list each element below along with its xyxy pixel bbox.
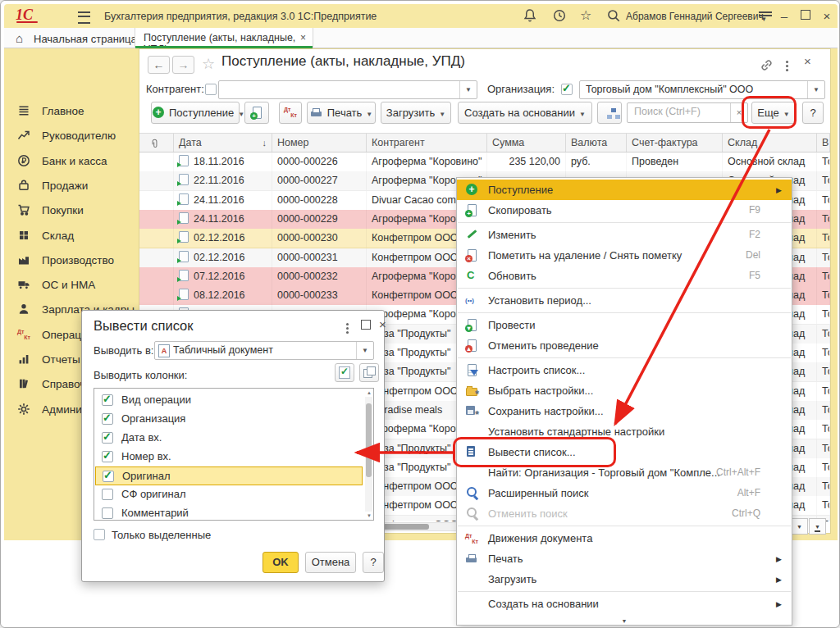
load-button[interactable]: Загрузить▼ [381, 102, 451, 124]
back-button[interactable]: ← [148, 56, 170, 74]
context-menu-item[interactable]: ДтКтДвижения документа [457, 528, 792, 548]
output-to-combo[interactable]: A Табличный документ ▼ [154, 341, 374, 360]
sidebar-item[interactable]: Продажи [4, 177, 139, 198]
context-menu-item[interactable]: Создать на основании▶ [457, 594, 792, 614]
context-menu-item[interactable]: Найти: Организация - Торговый дом "Компл… [457, 462, 792, 483]
column-option[interactable]: Номер вх. [95, 448, 363, 466]
close-window-button[interactable]: × [818, 7, 836, 25]
context-menu-item[interactable]: ▴Отменить проведение [457, 335, 792, 356]
context-menu-item[interactable]: ×Пометить на удаление / Снять пометкуDel [457, 245, 792, 266]
column-header[interactable]: Номер [272, 134, 367, 152]
context-menu-item[interactable]: +СкопироватьF9 [457, 200, 792, 221]
favorite-star-icon[interactable]: ☆ [202, 55, 215, 73]
tab-postuplenie[interactable]: Поступление (акты, накладные, УПД) × [135, 28, 313, 48]
column-option[interactable]: Комментарий [95, 504, 363, 521]
main-menu-icon[interactable] [78, 11, 90, 24]
tab-close-icon[interactable]: × [300, 32, 306, 43]
copy-document-button[interactable]: + [244, 102, 269, 124]
search-input[interactable] [632, 105, 728, 118]
organization-filter-checkbox[interactable] [561, 84, 573, 95]
get-link-icon[interactable] [760, 58, 774, 73]
column-checkbox[interactable] [102, 451, 113, 462]
maximize-button[interactable] [797, 7, 815, 25]
check-all-button[interactable] [335, 363, 354, 382]
dtkt-movements-button[interactable]: ДтКт [279, 102, 302, 124]
context-menu-item[interactable]: Загрузить▶ [457, 569, 792, 589]
dialog-close-icon[interactable]: × [379, 317, 386, 331]
scroll-down-button[interactable]: ▼ [791, 518, 808, 535]
contragent-filter-combo[interactable]: ▼ [218, 80, 477, 99]
more-button[interactable]: Еще▼ [751, 102, 796, 124]
column-checkbox[interactable] [103, 471, 114, 482]
uncheck-all-button[interactable] [359, 363, 379, 382]
column-header[interactable]: Дата↓ [174, 134, 272, 152]
column-option[interactable]: Дата вх. [95, 429, 363, 448]
clear-search-icon[interactable]: × [730, 103, 747, 122]
close-form-icon[interactable]: × [804, 54, 811, 68]
column-header[interactable]: Контрагент [367, 134, 487, 152]
context-menu-item[interactable]: CОбновитьF5 [457, 266, 792, 286]
dropdown-arrow-icon[interactable]: ▼ [807, 81, 824, 98]
context-menu-item[interactable]: *Сохранить настройки... [457, 401, 792, 421]
sidebar-item[interactable]: Производство [4, 252, 139, 273]
list-scroll-up-icon[interactable]: ▲ [367, 390, 372, 395]
scroll-to-end-button[interactable]: ▼ [809, 518, 826, 535]
global-search-icon[interactable] [606, 8, 623, 25]
new-document-button[interactable]: +Поступление▼ [151, 102, 240, 124]
context-menu-item[interactable]: Печать▶ [457, 548, 792, 569]
more-actions-icon[interactable] [786, 65, 788, 67]
column-checkbox[interactable] [102, 489, 113, 500]
forward-button[interactable]: → [172, 56, 194, 74]
context-menu-item[interactable]: Расширенный поискAlt+F [457, 483, 792, 503]
tab-home[interactable]: Начальная страница [34, 33, 137, 45]
dialog-more-icon[interactable] [346, 327, 349, 330]
context-menu-item[interactable]: Отменить поискCtrl+Q [457, 503, 792, 524]
column-checkbox[interactable] [102, 394, 113, 406]
contragent-filter-checkbox[interactable] [205, 84, 217, 95]
column-checkbox[interactable] [102, 432, 113, 444]
sidebar-item[interactable]: Руководителю [4, 127, 139, 148]
context-menu-item[interactable]: (••)Установить период... [457, 290, 792, 311]
context-menu-item[interactable]: Настроить список... [457, 360, 792, 380]
table-row[interactable]: 18.11.20160000-000226Агроферма "Коровино… [139, 152, 830, 172]
cancel-button[interactable]: Отмена [305, 552, 356, 573]
sidebar-item[interactable]: Главное [4, 102, 139, 124]
home-icon[interactable]: ⌂ [16, 31, 23, 45]
notifications-bell-icon[interactable] [523, 8, 539, 25]
column-option[interactable]: СФ оригинал [95, 485, 363, 504]
context-menu-item[interactable]: ИзменитьF2 [457, 225, 792, 245]
context-menu-item[interactable]: Вывести список... [457, 442, 792, 462]
context-menu-item[interactable]: ▾Провести [457, 315, 792, 335]
sidebar-item[interactable]: Банк и касса [4, 152, 139, 174]
sidebar-item[interactable]: ОС и НМА [4, 276, 139, 298]
favorites-star-icon[interactable]: ☆ [580, 7, 596, 24]
ok-button[interactable]: OK [262, 552, 299, 573]
minimize-button[interactable]: – [775, 7, 793, 25]
current-user[interactable]: Абрамов Геннадий Сергеевич [626, 11, 764, 22]
context-menu-item[interactable]: *Выбрать настройки... [457, 380, 792, 401]
menu-scroll-hint-icon[interactable]: ▼ [457, 618, 792, 624]
context-menu-item[interactable]: Установить стандартные настройки [457, 421, 792, 442]
column-checkbox[interactable] [102, 507, 113, 519]
sidebar-item[interactable]: Склад [4, 227, 139, 248]
dropdown-arrow-icon[interactable]: ▼ [356, 342, 373, 359]
service-menu-icon[interactable] [759, 11, 772, 22]
column-header[interactable]: Счет-фактура [627, 134, 723, 152]
column-header[interactable]: Склад [723, 134, 817, 152]
list-scroll-down-icon[interactable]: ▼ [367, 513, 372, 518]
dialog-vertical-scrollbar[interactable] [365, 397, 372, 512]
column-checkbox[interactable] [102, 413, 113, 425]
create-based-on-button[interactable]: Создать на основании▼ [458, 102, 592, 124]
selected-only-checkbox[interactable] [94, 529, 105, 540]
history-icon[interactable] [552, 8, 568, 25]
column-header[interactable]: Валюта [566, 134, 627, 152]
column-header[interactable]: Сумма [487, 134, 566, 152]
print-button[interactable]: Печать▼ [307, 102, 376, 124]
column-option[interactable]: Оригинал [95, 466, 363, 485]
help-button[interactable]: ? [802, 102, 824, 124]
sidebar-item[interactable]: Покупки [4, 202, 139, 223]
dropdown-arrow-icon[interactable]: ▼ [459, 81, 477, 98]
column-header[interactable] [139, 134, 174, 152]
dialog-help-button[interactable]: ? [363, 552, 384, 573]
column-option[interactable]: Вид операции [95, 391, 363, 410]
